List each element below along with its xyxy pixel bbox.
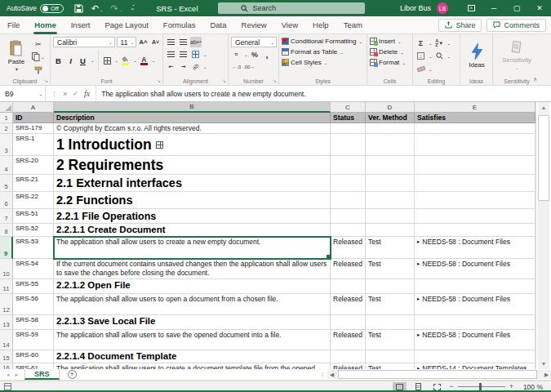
cell-D16[interactable]: Test <box>366 363 415 369</box>
autosum-icon[interactable]: Σ <box>415 38 426 48</box>
cell-D1[interactable]: Ver. Method <box>366 113 415 123</box>
cell-B6[interactable]: 2.2 Functions <box>54 192 331 209</box>
insert-cells-button[interactable]: Insert⌄ <box>370 38 411 45</box>
alignment-dialog-launcher-icon[interactable]: ↘ <box>222 78 226 83</box>
paste-button[interactable]: Paste▼ <box>2 37 30 74</box>
cell-C14[interactable]: Released <box>331 330 366 350</box>
cell-B11[interactable]: 2.2.1.2 Open File <box>54 279 331 294</box>
cell-A3[interactable]: SRS-1 <box>13 134 54 156</box>
row-header-10[interactable]: 10 <box>0 259 13 279</box>
row-header-9[interactable]: 9 <box>0 237 13 259</box>
ribbon-tab-view[interactable]: View <box>274 16 305 34</box>
ribbon-tab-home[interactable]: Home <box>27 16 63 34</box>
minimize-icon[interactable]: ─ <box>482 0 505 16</box>
fill-color-icon[interactable] <box>120 56 131 66</box>
orientation-dropdown-icon[interactable]: ⌄ <box>203 65 207 69</box>
align-center-icon[interactable] <box>178 49 189 60</box>
cell-A7[interactable]: SRS-51 <box>13 209 54 224</box>
cell-A4[interactable]: SRS-20 <box>13 156 54 175</box>
cell-C16[interactable]: Released <box>331 363 366 369</box>
increase-decimal-icon[interactable]: ←.0 <box>231 61 242 72</box>
clear-icon[interactable] <box>415 64 426 74</box>
cell-B16[interactable]: The application shall allow users to cre… <box>54 363 331 369</box>
increase-indent-icon[interactable]: ⇥ <box>178 61 189 72</box>
ribbon-tab-file[interactable]: File <box>0 16 27 34</box>
prev-sheet-icon[interactable]: ◂ <box>7 372 10 378</box>
align-left-icon[interactable] <box>166 49 176 60</box>
cell-A5[interactable]: SRS-21 <box>13 175 54 192</box>
orientation-icon[interactable]: ab <box>188 59 202 74</box>
cell-A13[interactable]: SRS-58 <box>13 315 54 330</box>
zoom-slider-handle[interactable] <box>479 383 482 390</box>
cell-C4[interactable] <box>331 156 366 175</box>
redo-icon[interactable]: ↷⌄ <box>111 3 123 14</box>
cell-C10[interactable]: Released <box>331 259 366 279</box>
cell-C7[interactable] <box>331 209 366 224</box>
maximize-icon[interactable]: ▢ <box>505 0 528 16</box>
cell-B7[interactable]: 2.2.1 File Operations <box>54 209 331 224</box>
close-icon[interactable]: ✕ <box>528 0 551 16</box>
cell-D4[interactable] <box>366 156 415 175</box>
cut-icon[interactable]: ✂ <box>32 38 45 49</box>
row-header-4[interactable]: 4 <box>0 156 13 175</box>
cell-A2[interactable]: SRS-179 <box>13 123 54 134</box>
ribbon-display-options-icon[interactable]: ˄ <box>460 0 482 16</box>
cell-E8[interactable] <box>415 224 535 237</box>
align-top-icon[interactable] <box>166 37 176 47</box>
column-header-C[interactable]: C <box>331 102 366 113</box>
cell-D12[interactable]: Test <box>366 294 415 315</box>
cell-D14[interactable]: Test <box>366 330 415 350</box>
cell-C5[interactable] <box>331 175 366 192</box>
ribbon-tab-page-layout[interactable]: Page Layout <box>97 16 155 34</box>
format-cells-button[interactable]: Format⌄ <box>370 59 411 66</box>
cell-A1[interactable]: ID <box>13 113 54 123</box>
select-all-corner[interactable] <box>0 102 13 113</box>
cell-B14[interactable]: The application shall allow users to sav… <box>54 330 331 350</box>
font-size-select[interactable]: 11⌄ <box>117 37 136 47</box>
cell-A12[interactable]: SRS-56 <box>13 294 54 315</box>
ideas-button[interactable]: Ideas <box>463 37 491 74</box>
accessibility-status-icon[interactable] <box>4 383 11 390</box>
undo-icon[interactable]: ↶⌄ <box>91 3 104 14</box>
cell-A14[interactable]: SRS-59 <box>13 330 54 350</box>
cell-B3[interactable]: 1 Introduction <box>54 134 331 156</box>
cell-A6[interactable]: SRS-22 <box>13 192 54 209</box>
align-middle-icon[interactable] <box>178 37 189 47</box>
conditional-formatting-button[interactable]: Conditional Formatting⌄ <box>282 38 365 45</box>
row-header-1[interactable]: 1 <box>0 113 13 123</box>
row-header-16[interactable]: 16 <box>0 363 13 369</box>
row-header-14[interactable]: 14 <box>0 330 13 350</box>
user-avatar[interactable]: LB <box>437 2 448 14</box>
format-painter-icon[interactable] <box>32 65 45 75</box>
cell-E16[interactable]: ▸NEEDS-14 : Document Templates <box>415 363 535 369</box>
cell-C3[interactable] <box>331 134 366 156</box>
cell-B13[interactable]: 2.2.1.3 Save Local File <box>54 315 331 330</box>
ribbon-tab-insert[interactable]: Insert <box>64 16 98 34</box>
fill-color-dropdown-icon[interactable]: ⌄ <box>133 58 137 63</box>
scroll-right-icon[interactable]: ▶ <box>542 370 551 379</box>
cell-E4[interactable] <box>415 156 535 175</box>
cell-A15[interactable]: SRS-60 <box>13 350 54 363</box>
zoom-level[interactable]: 100 % <box>518 383 543 391</box>
row-header-12[interactable]: 12 <box>0 294 13 315</box>
cell-A11[interactable]: SRS-55 <box>13 279 54 294</box>
delete-cells-button[interactable]: Delete⌄ <box>370 48 411 56</box>
column-header-E[interactable]: E <box>415 102 535 113</box>
cell-E10[interactable]: ▸NEEDS-58 : Document Files <box>415 259 535 279</box>
search-box[interactable]: Search <box>218 2 365 14</box>
zoom-in-icon[interactable]: + <box>509 383 513 390</box>
cancel-icon[interactable]: × <box>63 90 67 98</box>
column-header-D[interactable]: D <box>366 102 415 113</box>
name-box-dropdown-icon[interactable]: ⌄ <box>38 91 42 96</box>
fill-icon[interactable]: ↓ <box>415 51 426 61</box>
cell-E6[interactable] <box>415 192 535 209</box>
cell-D2[interactable] <box>366 123 415 134</box>
cell-E12[interactable]: ▸NEEDS-58 : Document Files <box>415 294 535 315</box>
cell-D15[interactable] <box>366 350 415 363</box>
cell-D3[interactable] <box>366 134 415 156</box>
page-layout-view-button[interactable] <box>411 382 425 392</box>
cell-E9[interactable]: ▸NEEDS-58 : Document Files <box>415 237 535 259</box>
next-sheet-icon[interactable]: ▸ <box>16 372 19 378</box>
row-header-15[interactable]: 15 <box>0 350 13 363</box>
underline-dropdown-icon[interactable]: ⌄ <box>91 58 95 63</box>
